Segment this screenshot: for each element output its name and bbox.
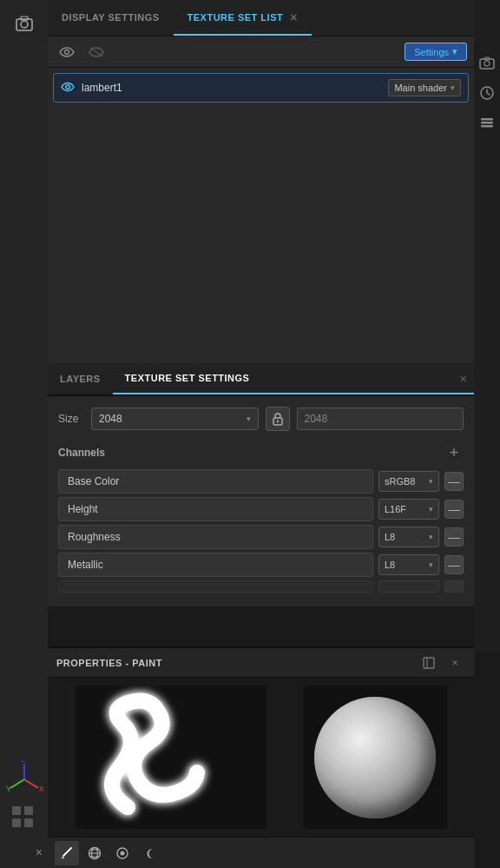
settings-button[interactable]: Settings ▾: [405, 43, 467, 61]
svg-text:X: X: [39, 785, 43, 793]
channel-row-metallic: Metallic L8 ▾ —: [58, 553, 464, 577]
tab-texture-set-settings[interactable]: TEXTURE SET SETTINGS: [113, 363, 262, 394]
brush-tool-btn[interactable]: [55, 841, 79, 865]
properties-expand-btn[interactable]: [418, 653, 439, 673]
size-select-dropdown[interactable]: 2048 ▾: [91, 407, 259, 430]
channel-row-base-color: Base Color sRGB8 ▾ —: [58, 469, 464, 494]
texture-eye-icon[interactable]: [61, 82, 75, 95]
close-left-icon[interactable]: ×: [36, 845, 43, 859]
channel-format-base-color[interactable]: sRGB8 ▾: [378, 471, 439, 492]
properties-panel: PROPERTIES - PAINT ×: [48, 646, 474, 868]
channel-row-roughness: Roughness L8 ▾ —: [58, 525, 464, 549]
bottom-tab-close-icon[interactable]: ×: [460, 372, 467, 386]
channel-row-height: Height L16F ▾ —: [58, 497, 464, 521]
size-input-field[interactable]: 2048: [297, 407, 464, 430]
channel-list: Base Color sRGB8 ▾ — Height L16F ▾: [58, 469, 464, 577]
channel-format-height[interactable]: L16F ▾: [378, 499, 439, 520]
properties-title: PROPERTIES - PAINT: [56, 658, 413, 668]
size-row: Size 2048 ▾ 2048: [58, 407, 464, 431]
channel-remove-height[interactable]: —: [444, 500, 464, 519]
bottom-tabs-bar: LAYERS TEXTURE SET SETTINGS ×: [48, 363, 474, 396]
texture-name: lambert1: [82, 82, 388, 94]
svg-rect-19: [481, 125, 493, 128]
size-label: Size: [58, 413, 84, 425]
channels-label: Channels: [58, 447, 105, 459]
paint-stroke-preview: [76, 686, 266, 829]
svg-rect-25: [424, 658, 434, 668]
svg-rect-27: [76, 686, 266, 829]
eye-visible-btn[interactable]: [55, 40, 79, 64]
tab-layers[interactable]: LAYERS: [48, 363, 113, 394]
properties-toolbar: [48, 837, 474, 868]
sidebar-camera-icon[interactable]: [8, 7, 41, 40]
left-sidebar: X Y Z ×: [0, 0, 48, 868]
svg-text:Y: Y: [6, 785, 11, 793]
svg-point-35: [121, 851, 125, 855]
add-channel-button[interactable]: +: [444, 443, 464, 462]
channel-format-extra: [378, 580, 439, 593]
channel-remove-metallic[interactable]: —: [444, 555, 464, 574]
svg-rect-11: [12, 818, 21, 827]
channel-remove-base-color[interactable]: —: [444, 472, 464, 491]
svg-point-22: [66, 84, 69, 88]
svg-line-3: [24, 779, 38, 788]
layers-right-icon[interactable]: [476, 111, 498, 134]
channel-format-roughness[interactable]: L8 ▾: [378, 527, 439, 547]
channels-header: Channels +: [58, 443, 464, 462]
svg-point-24: [276, 421, 278, 422]
svg-rect-10: [24, 806, 33, 815]
channel-format-metallic[interactable]: L8 ▾: [378, 554, 439, 575]
channel-row-extra: [58, 580, 464, 593]
texture-item-lambert1[interactable]: lambert1 Main shader ▾: [53, 73, 469, 103]
properties-close-btn[interactable]: ×: [444, 653, 465, 673]
svg-line-5: [10, 779, 24, 788]
svg-rect-17: [481, 118, 493, 121]
camera-right-icon[interactable]: [476, 52, 498, 75]
sphere-preview: [304, 686, 447, 829]
history-right-icon[interactable]: [476, 82, 498, 104]
eye-hidden-btn[interactable]: [84, 40, 109, 64]
shader-select[interactable]: Main shader ▾: [388, 79, 461, 96]
properties-content: [48, 678, 474, 837]
right-sidebar: [474, 0, 500, 652]
tab-texture-set-list[interactable]: TEXTURE SET LIST ×: [174, 0, 312, 36]
channel-remove-roughness[interactable]: —: [444, 527, 464, 547]
lock-button[interactable]: [266, 407, 290, 431]
channel-remove-extra: [444, 580, 464, 593]
properties-header: PROPERTIES - PAINT ×: [48, 648, 474, 678]
channel-name-height: Height: [58, 497, 373, 521]
tab-close-icon[interactable]: ×: [290, 10, 298, 24]
svg-point-1: [21, 21, 28, 28]
svg-rect-18: [481, 122, 493, 124]
svg-line-28: [63, 848, 71, 856]
svg-rect-12: [24, 818, 33, 827]
channel-name-extra: [58, 580, 373, 593]
circle-tool-btn[interactable]: [110, 841, 135, 865]
svg-text:Z: Z: [21, 760, 26, 764]
tab-display-settings[interactable]: DISPLAY SETTINGS: [48, 0, 174, 36]
channel-name-roughness: Roughness: [58, 525, 373, 549]
channel-name-metallic: Metallic: [58, 553, 373, 577]
axis-display: X Y Z: [5, 760, 43, 798]
top-tabs-bar: DISPLAY SETTINGS TEXTURE SET LIST ×: [48, 0, 474, 36]
svg-point-14: [484, 61, 490, 66]
channel-name-base-color: Base Color: [58, 469, 373, 494]
texture-list-area: lambert1 Main shader ▾: [48, 68, 474, 363]
grid-icon[interactable]: [9, 803, 36, 833]
svg-point-20: [65, 50, 69, 54]
settings-panel: Size 2048 ▾ 2048 Channels +: [48, 396, 474, 606]
grid-tool-btn[interactable]: [82, 841, 107, 865]
svg-rect-9: [12, 806, 21, 815]
top-toolbar: Settings ▾: [48, 36, 474, 68]
crescent-tool-btn[interactable]: [138, 841, 162, 865]
sphere-object: [314, 697, 436, 818]
